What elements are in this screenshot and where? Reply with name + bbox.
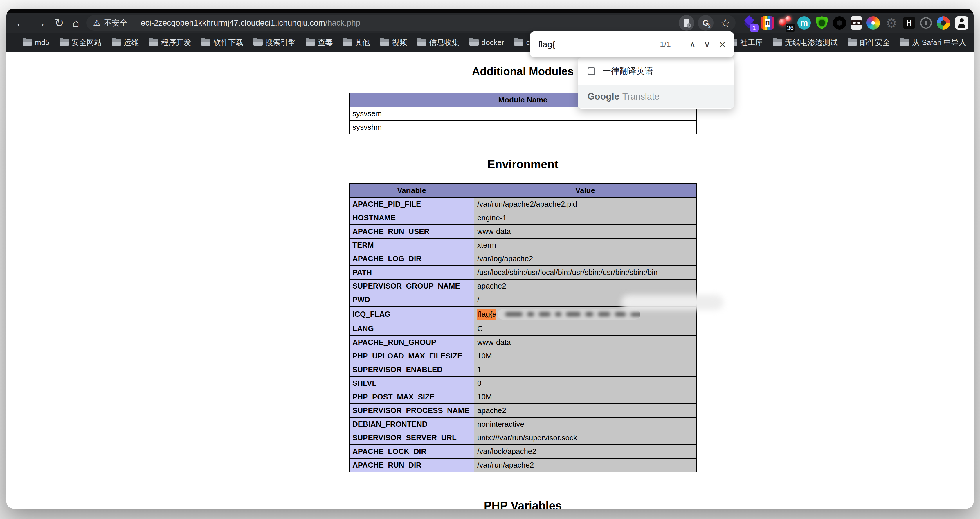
address-bar[interactable]: ⚠ 不安全 eci-2zecqobeh1kkhrurmj47.cloudeci1… — [86, 15, 736, 31]
bookmark-item[interactable]: 视频 — [380, 37, 407, 48]
bookmark-label: md5 — [35, 38, 49, 47]
table-row: APACHE_LOCK_DIR/var/lock/apache2 — [349, 445, 697, 459]
find-in-page-bar[interactable]: flag{ 1/1 ∧ ∨ × — [530, 31, 734, 57]
url-path: /hack.php — [325, 18, 360, 27]
env-variable-cell: APACHE_RUN_USER — [349, 224, 474, 238]
env-value-cell: noninteractive — [474, 417, 697, 431]
bookmark-label: 视频 — [392, 37, 407, 48]
env-variable-cell: PWD — [349, 293, 474, 307]
module-cell: sysvsem — [349, 107, 697, 121]
bookmark-label: docker — [482, 38, 504, 47]
bookmark-item[interactable]: 邮件安全 — [848, 37, 890, 48]
env-value-cell: engine-1 — [474, 211, 697, 224]
chrome-ring-icon[interactable] — [937, 16, 950, 30]
color-pinwheel-icon[interactable] — [867, 16, 880, 30]
browser-window: ← → ↻ ⌂ ⚠ 不安全 eci-2zecqobeh1kkhrurmj47.c… — [6, 9, 974, 509]
translate-chip[interactable]: G文 — [698, 15, 714, 31]
icon-glyph: ⚙ — [886, 16, 897, 30]
bookmark-item[interactable]: 安全网站 — [59, 37, 102, 48]
extension-badge: 36 — [786, 24, 795, 32]
bookmark-item[interactable]: 信息收集 — [417, 37, 460, 48]
back-icon[interactable]: ← — [15, 18, 26, 29]
rainbow-stripes-icon[interactable]: П — [761, 16, 774, 30]
folder-icon — [900, 39, 909, 46]
bookmark-item[interactable]: 其他 — [343, 37, 370, 48]
table-row: SHLVL0 — [349, 376, 697, 390]
teal-m-icon[interactable]: m — [797, 16, 811, 30]
folder-icon — [380, 39, 389, 46]
chevron-up-icon[interactable]: ∧ — [689, 40, 696, 49]
env-value-cell: /var/lock/apache2 — [474, 445, 697, 459]
purple-diamond-icon[interactable]: 1 — [743, 16, 756, 30]
column-header-variable: Variable — [349, 184, 474, 197]
env-value-cell: C — [474, 322, 697, 336]
table-row: APACHE_RUN_GROUPwww-data — [349, 336, 697, 349]
bookmark-item[interactable]: 程序开发 — [149, 37, 191, 48]
table-header-row: Variable Value — [349, 184, 697, 197]
security-label[interactable]: 不安全 — [104, 18, 127, 28]
table-row: sysvsem — [349, 107, 697, 121]
env-variable-cell: APACHE_RUN_GROUP — [349, 336, 474, 349]
match-count: 1/1 — [660, 40, 671, 49]
bookmark-item[interactable]: docker — [469, 38, 504, 47]
green-shield-icon[interactable] — [816, 16, 828, 30]
environment-table: Variable Value APACHE_PID_FILE/var/run/a… — [349, 183, 697, 472]
folder-icon — [59, 39, 69, 46]
folder-icon — [23, 39, 32, 46]
folder-icon — [201, 39, 210, 46]
env-value-cell: /var/log/apache2 — [474, 252, 697, 266]
mask-document-icon[interactable] — [851, 16, 862, 30]
reload-icon[interactable]: ↻ — [54, 18, 64, 29]
grey-gear-icon[interactable]: ⚙ — [885, 16, 898, 30]
table-row: APACHE_RUN_DIR/var/run/apache2 — [349, 459, 697, 472]
checkbox[interactable] — [587, 67, 595, 75]
forward-icon[interactable]: → — [35, 18, 46, 29]
env-variable-cell: PHP_POST_MAX_SIZE — [349, 390, 474, 404]
bookmark-item[interactable]: 无线电渗透测试 — [773, 37, 838, 48]
bookmark-item[interactable]: 软件下载 — [201, 37, 243, 48]
env-value-cell: xterm — [474, 238, 697, 252]
find-query-input[interactable]: flag{ — [538, 40, 555, 49]
env-value-cell: www-data — [474, 336, 697, 349]
folder-icon — [417, 39, 426, 46]
bookmark-item[interactable]: 搜索引擎 — [253, 37, 296, 48]
table-row: SUPERVISOR_PROCESS_NAMEapache2 — [349, 404, 697, 417]
tab-strip — [6, 9, 974, 13]
grey-circle-icon[interactable] — [920, 17, 932, 29]
bookmark-star-icon[interactable]: ☆ — [720, 17, 730, 29]
red-cherries-icon[interactable]: 36 — [779, 16, 792, 30]
divider — [134, 18, 134, 28]
phpinfo-content: Additional Modules Module Name sysvsemsy… — [349, 52, 697, 509]
env-value-cell: 0 — [474, 376, 697, 390]
env-variable-cell: TERM — [349, 238, 474, 252]
table-row: DEBIAN_FRONTENDnoninteractive — [349, 417, 697, 431]
warning-triangle-icon: ⚠ — [93, 19, 100, 27]
bookmark-item[interactable]: 运维 — [112, 37, 139, 48]
profile-avatar-icon[interactable] — [955, 16, 968, 30]
section-title-environment: Environment — [349, 157, 697, 171]
bookmark-label: 运维 — [124, 37, 139, 48]
translate-product-text: Translate — [622, 91, 660, 102]
bookmark-item[interactable]: 查毒 — [305, 37, 333, 48]
bookmark-item[interactable]: md5 — [23, 38, 49, 47]
page-search-chip[interactable] — [679, 15, 694, 31]
checkbox-label: 一律翻译英语 — [603, 65, 653, 77]
h-square-icon[interactable]: H — [903, 17, 915, 29]
black-ring-icon[interactable] — [833, 16, 846, 30]
always-translate-option[interactable]: 一律翻译英语 — [578, 57, 734, 85]
bookmarks-bar: md5安全网站运维程序开发软件下载搜索引擎查毒其他视频信息收集dockerctf… — [6, 32, 974, 52]
divider — [678, 37, 678, 52]
folder-icon — [514, 39, 523, 46]
folder-icon — [149, 39, 158, 46]
bookmark-label: 软件下载 — [213, 37, 243, 48]
icon-glyph: H — [907, 19, 912, 27]
bookmark-label: 搜索引擎 — [266, 37, 296, 48]
env-variable-cell: APACHE_LOCK_DIR — [349, 445, 474, 459]
redacted-flag-blur — [498, 309, 640, 320]
text-caret — [555, 39, 557, 49]
home-icon[interactable]: ⌂ — [73, 18, 79, 29]
chevron-down-icon[interactable]: ∨ — [704, 40, 710, 49]
close-icon[interactable]: × — [719, 38, 726, 50]
bookmark-item[interactable]: 从 Safari 中导入 — [900, 37, 966, 48]
env-value-cell: apache2 — [474, 404, 697, 417]
